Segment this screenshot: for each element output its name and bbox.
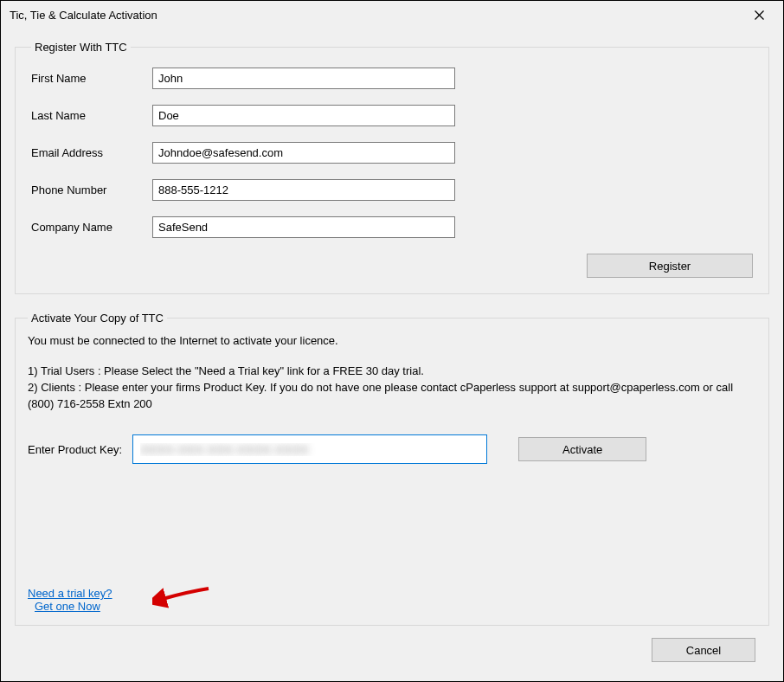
instruction-line1: 1) Trial Users : Please Select the "Need… xyxy=(28,364,756,380)
company-label: Company Name xyxy=(31,221,152,234)
register-fieldset: Register With TTC First Name Last Name E… xyxy=(15,41,769,294)
email-input[interactable] xyxy=(152,142,455,164)
last-name-input[interactable] xyxy=(152,105,455,126)
first-name-input[interactable] xyxy=(152,68,455,89)
phone-label: Phone Number xyxy=(31,183,152,196)
close-button[interactable] xyxy=(745,6,773,23)
product-key-label: Enter Product Key: xyxy=(28,443,125,456)
close-icon xyxy=(755,10,764,20)
titlebar: Tic, Tie & Calculate Activation xyxy=(1,1,783,29)
phone-row: Phone Number xyxy=(31,179,753,201)
phone-input[interactable] xyxy=(152,179,455,201)
content-area: Register With TTC First Name Last Name E… xyxy=(1,29,783,681)
instruction-block: You must be connected to the Internet to… xyxy=(28,333,756,412)
trial-link-block: Need a trial key? Get one Now xyxy=(28,587,112,613)
activation-window: Tic, Tie & Calculate Activation Register… xyxy=(0,0,784,682)
cancel-button[interactable]: Cancel xyxy=(652,638,755,662)
activate-fieldset: Activate Your Copy of TTC You must be co… xyxy=(15,312,769,626)
email-label: Email Address xyxy=(31,146,152,159)
last-name-label: Last Name xyxy=(31,109,152,122)
footer-row: Cancel xyxy=(15,626,769,667)
register-button[interactable]: Register xyxy=(587,254,753,278)
instruction-line2: 2) Clients : Please enter your firms Pro… xyxy=(28,380,756,413)
arrow-annotation-icon xyxy=(152,583,213,609)
activate-button[interactable]: Activate xyxy=(518,437,646,461)
register-legend: Register With TTC xyxy=(31,41,131,54)
company-input[interactable] xyxy=(152,216,455,238)
product-key-input[interactable] xyxy=(132,434,487,464)
trial-key-link-line2[interactable]: Get one Now xyxy=(28,600,100,613)
activate-legend: Activate Your Copy of TTC xyxy=(28,312,167,325)
register-button-row: Register xyxy=(31,254,753,278)
window-title: Tic, Tie & Calculate Activation xyxy=(10,9,157,22)
last-name-row: Last Name xyxy=(31,105,753,126)
first-name-row: First Name xyxy=(31,68,753,89)
company-row: Company Name xyxy=(31,216,753,238)
email-row: Email Address xyxy=(31,142,753,164)
product-key-row: Enter Product Key: Activate xyxy=(28,434,756,464)
instruction-intro: You must be connected to the Internet to… xyxy=(28,333,756,350)
trial-key-link-line1[interactable]: Need a trial key? xyxy=(28,587,112,600)
first-name-label: First Name xyxy=(31,72,152,85)
